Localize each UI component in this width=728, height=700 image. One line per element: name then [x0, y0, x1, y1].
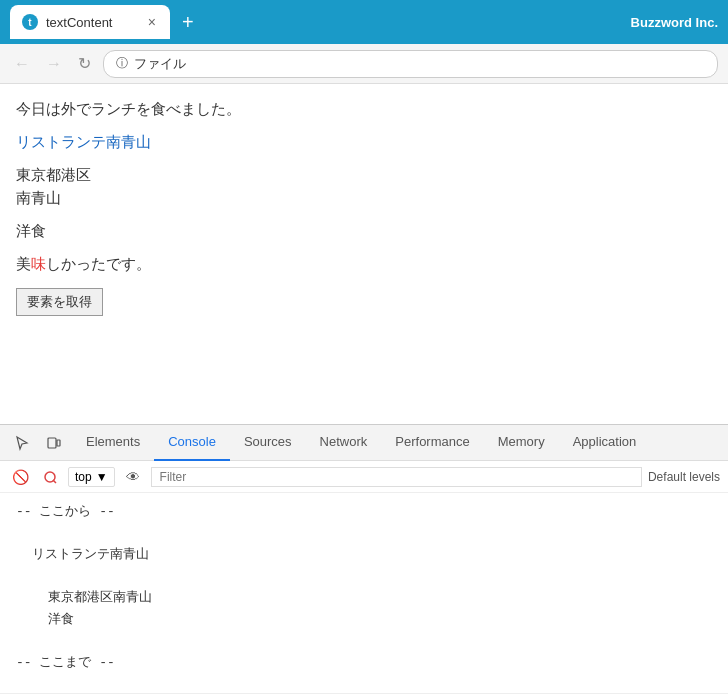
console-line-empty1: [0, 523, 728, 545]
console-line-address: 東京都港区南青山: [0, 587, 728, 609]
svg-line-3: [53, 480, 56, 483]
tab-favicon: t: [22, 14, 38, 30]
browser-brand: Buzzword Inc.: [631, 15, 718, 30]
console-input[interactable]: >: [0, 693, 728, 700]
console-line-start: -- ここから --: [0, 501, 728, 523]
svg-rect-0: [48, 438, 56, 448]
address-line2: 南青山: [16, 189, 712, 208]
devtools-panel: Elements Console Sources Network Perform…: [0, 424, 728, 700]
page-content: 今日は外でランチを食べました。 リストランテ南青山 東京都港区 南青山 洋食 美…: [0, 84, 728, 424]
cuisine-text: 洋食: [16, 222, 712, 241]
address-block: 東京都港区 南青山: [16, 166, 712, 208]
tab-application[interactable]: Application: [559, 425, 651, 461]
tab-elements[interactable]: Elements: [72, 425, 154, 461]
tab-title: textContent: [46, 15, 138, 30]
svg-rect-1: [57, 440, 60, 446]
console-line-cuisine: 洋食: [0, 609, 728, 631]
back-button[interactable]: ←: [10, 51, 34, 77]
browser-chrome: t textContent × + Buzzword Inc.: [0, 0, 728, 44]
tab-performance[interactable]: Performance: [381, 425, 483, 461]
tab-network[interactable]: Network: [306, 425, 382, 461]
forward-button[interactable]: →: [42, 51, 66, 77]
get-element-button[interactable]: 要素を取得: [16, 288, 103, 316]
clear-console-button[interactable]: 🚫: [8, 465, 32, 489]
console-output: -- ここから -- リストランテ南青山 東京都港区南青山 洋食 -- ここまで…: [0, 493, 728, 693]
tab-bar: t textContent × +: [10, 5, 631, 39]
console-line-empty3: [0, 630, 728, 652]
restaurant-link-paragraph: リストランテ南青山: [16, 133, 712, 152]
default-levels-label: Default levels: [648, 470, 720, 484]
review-prefix: 美: [16, 255, 31, 272]
device-icon[interactable]: [40, 429, 68, 457]
tab-close-icon[interactable]: ×: [146, 12, 158, 32]
cuisine-block: 洋食: [16, 222, 712, 241]
inspect-icon[interactable]: [8, 429, 36, 457]
console-line-restaurant: リストランテ南青山: [0, 544, 728, 566]
devtools-tabs: Elements Console Sources Network Perform…: [0, 425, 728, 461]
console-line-end: -- ここまで --: [0, 652, 728, 674]
favicon-letter: t: [28, 17, 31, 28]
restaurant-link[interactable]: リストランテ南青山: [16, 133, 151, 150]
review-highlight: 味: [31, 255, 46, 272]
review-block: 美味しかったです。: [16, 255, 712, 274]
refresh-button[interactable]: ↻: [74, 50, 95, 77]
intro-text: 今日は外でランチを食べました。: [16, 100, 712, 119]
address-bar: ← → ↻ ⓘ ファイル: [0, 44, 728, 84]
address-line1: 東京都港区: [16, 166, 712, 185]
secure-icon: ⓘ: [116, 55, 128, 72]
tab-sources[interactable]: Sources: [230, 425, 306, 461]
console-line-empty2: [0, 566, 728, 588]
context-value: top: [75, 470, 92, 484]
tab-memory[interactable]: Memory: [484, 425, 559, 461]
context-select[interactable]: top ▼: [68, 467, 115, 487]
address-url: ファイル: [134, 55, 186, 73]
address-input[interactable]: ⓘ ファイル: [103, 50, 718, 78]
console-filter-icon[interactable]: [38, 465, 62, 489]
context-chevron-icon: ▼: [96, 470, 108, 484]
review-suffix: しかったです。: [46, 255, 151, 272]
eye-icon[interactable]: 👁: [121, 465, 145, 489]
review-text: 美味しかったです。: [16, 255, 712, 274]
active-tab[interactable]: t textContent ×: [10, 5, 170, 39]
filter-input[interactable]: [151, 467, 642, 487]
console-toolbar: 🚫 top ▼ 👁 Default levels: [0, 461, 728, 493]
tab-console[interactable]: Console: [154, 425, 230, 461]
new-tab-button[interactable]: +: [174, 7, 202, 38]
